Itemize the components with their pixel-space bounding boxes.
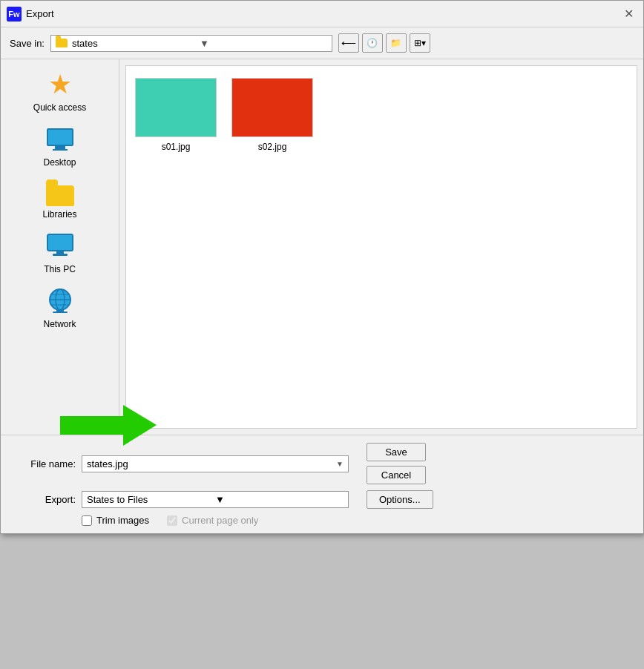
export-dialog: Fw Export ✕ Save in: states ▼ ⟵ 🕐 📁 ⊞▾	[0, 0, 644, 534]
export-select[interactable]: States to Files ▼	[82, 491, 349, 508]
toolbar-buttons: ⟵ 🕐 📁 ⊞▾	[338, 33, 430, 53]
file-name-s01: s01.jpg	[162, 142, 191, 152]
save-in-dropdown[interactable]: states ▼	[50, 35, 332, 52]
export-label: Export:	[13, 494, 76, 505]
options-button-col: Options...	[361, 490, 433, 509]
close-button[interactable]: ✕	[620, 5, 637, 23]
sidebar-item-quick-access[interactable]: ★ Quick access	[12, 65, 108, 117]
cancel-button[interactable]: Cancel	[367, 466, 426, 484]
export-dropdown-arrow[interactable]: ▼	[215, 494, 344, 505]
svg-rect-0	[47, 234, 73, 251]
new-folder-icon: 📁	[390, 38, 401, 48]
current-page-checkbox[interactable]	[167, 515, 177, 526]
trim-images-item[interactable]: Trim images	[82, 515, 149, 526]
file-name-s02: s02.jpg	[258, 142, 287, 152]
save-button[interactable]: Save	[367, 443, 426, 461]
filename-row: File name: ▼ Save Cancel	[13, 443, 631, 484]
sidebar-item-this-pc[interactable]: This PC	[12, 227, 108, 279]
star-icon: ★	[45, 70, 75, 99]
bottom-area: File name: ▼ Save Cancel Export: States …	[1, 435, 643, 533]
sidebar-label-desktop: Desktop	[43, 157, 76, 168]
file-browser: s01.jpg s02.jpg	[125, 65, 637, 429]
filename-input[interactable]	[87, 458, 336, 469]
network-icon	[45, 286, 75, 316]
view-button[interactable]: ⊞▾	[410, 33, 430, 53]
recent-button[interactable]: 🕐	[362, 33, 383, 53]
trim-images-checkbox[interactable]	[82, 515, 92, 526]
view-icon: ⊞▾	[414, 38, 426, 48]
new-folder-button[interactable]: 📁	[386, 33, 407, 53]
svg-rect-2	[53, 254, 68, 256]
checkboxes-row: Trim images Current page only	[13, 515, 631, 526]
sidebar-label-network: Network	[43, 319, 76, 329]
sidebar-item-desktop[interactable]: Desktop	[12, 120, 108, 172]
back-icon: ⟵	[341, 37, 356, 49]
export-value: States to Files	[87, 494, 215, 505]
save-cancel-buttons: Save Cancel	[361, 443, 426, 484]
svg-rect-1	[56, 251, 64, 254]
file-item-s01[interactable]: s01.jpg	[135, 75, 217, 155]
sidebar: ★ Quick access Desktop	[1, 59, 119, 435]
filename-input-wrapper[interactable]: ▼	[82, 455, 349, 472]
save-in-arrow: ▼	[200, 38, 327, 49]
desktop-icon	[45, 125, 75, 154]
sidebar-label-libraries: Libraries	[42, 209, 76, 220]
sidebar-label-quick-access: Quick access	[33, 102, 86, 113]
svg-rect-8	[56, 309, 64, 312]
save-in-value: states	[72, 38, 200, 49]
main-area: ★ Quick access Desktop	[1, 59, 643, 435]
dialog-title: Export	[26, 8, 54, 19]
file-thumbnail-s01	[135, 78, 217, 137]
back-button[interactable]: ⟵	[338, 33, 359, 53]
libraries-icon	[45, 179, 75, 206]
folder-icon	[56, 39, 68, 47]
filename-label: File name:	[13, 458, 76, 469]
options-button[interactable]: Options...	[367, 490, 433, 509]
filename-dropdown-arrow[interactable]: ▼	[336, 460, 344, 468]
sidebar-label-this-pc: This PC	[44, 264, 76, 274]
file-item-s02[interactable]: s02.jpg	[231, 75, 313, 155]
app-icon: Fw	[7, 7, 22, 22]
sidebar-item-network[interactable]: Network	[12, 282, 108, 334]
toolbar-row: Save in: states ▼ ⟵ 🕐 📁 ⊞▾	[1, 27, 643, 59]
current-page-item: Current page only	[167, 515, 258, 526]
save-in-label: Save in:	[10, 38, 45, 49]
svg-rect-9	[53, 312, 68, 313]
export-row: Export: States to Files ▼ Options...	[13, 490, 631, 509]
file-thumbnail-s02	[231, 78, 313, 137]
trim-images-label: Trim images	[96, 515, 149, 526]
current-page-label: Current page only	[182, 515, 258, 526]
title-bar: Fw Export ✕	[1, 1, 643, 27]
sidebar-item-libraries[interactable]: Libraries	[12, 175, 108, 224]
this-pc-icon	[45, 231, 75, 261]
recent-icon: 🕐	[367, 38, 378, 48]
title-bar-left: Fw Export	[7, 7, 54, 22]
